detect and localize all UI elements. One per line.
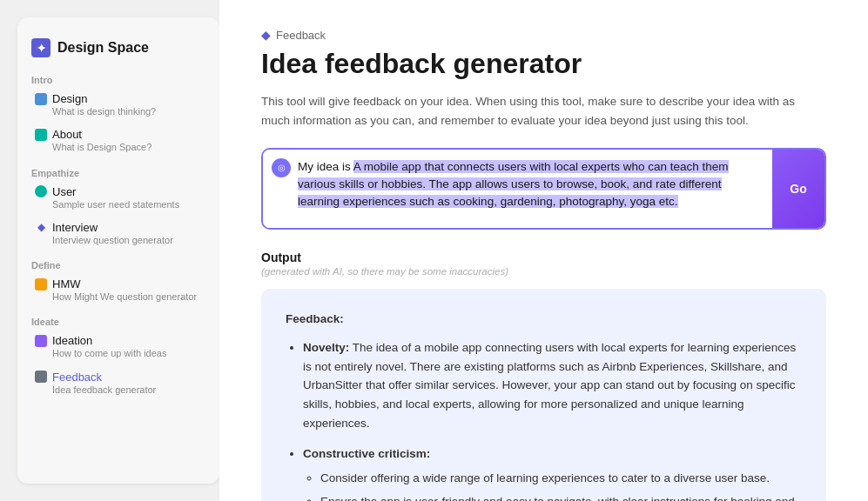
feedback-item-novelty: Novelty: The idea of a mobile app connec… <box>303 338 802 432</box>
sidebar: ✦ Design Space IntroDesignWhat is design… <box>17 17 219 484</box>
input-avatar-icon: ◎ <box>272 158 291 177</box>
criticism-sublist: Consider offering a wide range of learni… <box>303 469 802 501</box>
go-button[interactable]: Go <box>772 150 824 228</box>
feedback-list: Novelty: The idea of a mobile app connec… <box>286 338 802 501</box>
page-description: This tool will give feedback on your ide… <box>261 92 826 130</box>
sidebar-item-name-interview: Interview <box>52 221 98 234</box>
idea-textarea[interactable]: My idea is A mobile app that connects us… <box>263 150 772 228</box>
sidebar-section-label: Intro <box>31 75 205 85</box>
output-section: Output (generated with AI, so there may … <box>261 250 826 501</box>
sidebar-icon-about <box>35 129 47 141</box>
sidebar-item-desc-feedback: Idea feedback generator <box>52 384 202 396</box>
novelty-title: Novelty: <box>303 341 349 354</box>
sidebar-item-desc-about: What is Design Space? <box>52 141 202 153</box>
novelty-text: The idea of a mobile app connecting user… <box>303 341 796 429</box>
criticism-item-1: Consider offering a wide range of learni… <box>320 469 802 488</box>
sidebar-section-label: Ideate <box>31 317 205 327</box>
sidebar-item-feedback[interactable]: FeedbackIdea feedback generator <box>31 369 205 397</box>
criticism-title: Constructive criticism: <box>303 447 430 460</box>
sidebar-icon-ideation <box>35 335 47 347</box>
sidebar-item-user[interactable]: UserSample user need statements <box>31 184 205 212</box>
output-box: Feedback: Novelty: The idea of a mobile … <box>261 289 826 501</box>
selected-idea-text: A mobile app that connects users with lo… <box>298 160 729 209</box>
input-wrapper: ◎ My idea is A mobile app that connects … <box>263 150 772 228</box>
sidebar-section-label: Define <box>31 260 205 271</box>
sidebar-item-desc-ideation: How to come up with ideas <box>52 347 202 359</box>
sidebar-icon-design <box>35 93 47 105</box>
sidebar-item-desc-interview: Interview question generator <box>52 234 202 246</box>
page-label-text: Feedback <box>276 29 326 42</box>
sidebar-item-name-design: Design <box>52 92 87 105</box>
sidebar-icon-user <box>35 185 47 197</box>
output-label: Output <box>261 250 826 264</box>
sidebar-item-interview[interactable]: ◆InterviewInterview question generator <box>31 219 205 248</box>
sidebar-item-name-ideation: Ideation <box>52 334 92 347</box>
sidebar-section-label: Empathize <box>31 168 205 178</box>
page-label: ◆ Feedback <box>261 28 826 42</box>
sidebar-icon-feedback <box>35 371 47 383</box>
sidebar-item-name-user: User <box>52 185 76 198</box>
output-sublabel: (generated with AI, so there may be some… <box>261 266 826 277</box>
logo-icon: ✦ <box>31 38 50 57</box>
feedback-item-criticism: Constructive criticism: Consider offerin… <box>303 444 802 501</box>
sidebar-item-name-about: About <box>52 128 82 141</box>
sidebar-item-desc-hmw: How Might We question generator <box>52 291 202 303</box>
sidebar-icon-hmw <box>35 278 47 291</box>
sidebar-item-about[interactable]: AboutWhat is Design Space? <box>31 126 205 155</box>
sidebar-item-design[interactable]: DesignWhat is design thinking? <box>31 90 205 119</box>
criticism-item-2: Ensure the app is user-friendly and easy… <box>320 492 802 501</box>
logo-text: Design Space <box>57 40 149 56</box>
sidebar-item-desc-user: Sample user need statements <box>52 198 202 210</box>
sidebar-icon-interview: ◆ <box>35 221 47 233</box>
main-content: ◆ Feedback Idea feedback generator This … <box>219 0 868 501</box>
idea-input-container: ◎ My idea is A mobile app that connects … <box>261 148 826 230</box>
sidebar-item-hmw[interactable]: HMWHow Might We question generator <box>31 276 205 304</box>
sidebar-item-name-hmw: HMW <box>52 277 81 291</box>
sidebar-logo[interactable]: ✦ Design Space <box>31 38 205 57</box>
input-prefix: My idea is <box>298 160 353 173</box>
page-title: Idea feedback generator <box>261 47 826 80</box>
sidebar-item-name-feedback: Feedback <box>52 371 102 384</box>
feedback-title: Feedback: <box>286 310 802 329</box>
sidebar-item-desc-design: What is design thinking? <box>52 105 202 117</box>
sidebar-item-ideation[interactable]: IdeationHow to come up with ideas <box>31 332 205 361</box>
page-label-icon: ◆ <box>261 28 271 42</box>
